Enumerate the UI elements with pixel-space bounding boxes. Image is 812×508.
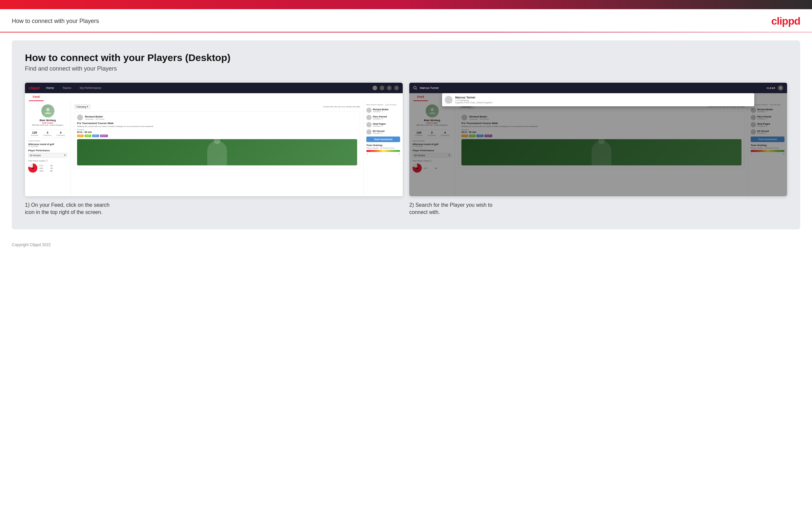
- app-nav-logo-1: clippd: [29, 86, 39, 90]
- quality-circle-1: 84: [28, 163, 37, 173]
- nav-my-performance-1[interactable]: My Performance: [78, 85, 103, 91]
- svg-line-2: [416, 89, 417, 90]
- avatar-1: [41, 104, 54, 118]
- nav-teams-1[interactable]: Teams: [60, 85, 73, 91]
- activity-header-1: Richard Butler Yesterday · The Grove: [77, 115, 357, 120]
- result-handicap: 1-5 Handicap: [455, 99, 492, 101]
- profile-area-1: Blair McHarg Golf Coach Mill Ride Golf C…: [28, 104, 67, 126]
- stat-activities-1: 129 Activities: [31, 131, 38, 136]
- player-item-4: Eli Vincent Activities: 1: [366, 129, 400, 134]
- quality-label-1: Total Player Quality ⓘ: [28, 160, 67, 162]
- search-icon-2: [413, 86, 417, 90]
- svg-point-0: [46, 108, 50, 111]
- logo: clippd: [771, 15, 800, 27]
- player-item-2: Piers Parnell Activities: 4: [366, 115, 400, 120]
- sc-right-panel-1: Most Active Players - Last 30 days Richa…: [363, 101, 403, 196]
- close-button[interactable]: ✕: [778, 85, 783, 91]
- heatmap-sub-1: Player Quality · 30 Round Trend: [366, 147, 400, 149]
- search-icon-1[interactable]: [373, 86, 377, 90]
- screenshot-desc-2: 2) Search for the Player you wish toconn…: [409, 202, 787, 216]
- following-button-1[interactable]: Following ▾: [74, 104, 91, 109]
- result-name: Marcus Turner: [455, 96, 492, 99]
- result-club: Cypress Point Club, United Kingdom: [455, 101, 492, 104]
- top-bar: [0, 0, 812, 9]
- heatmap-bar-1: [366, 150, 400, 152]
- latest-activity-name-1: Afternoon round of golf: [28, 143, 67, 145]
- player-select-1[interactable]: Eli Vincent ▾: [28, 153, 67, 158]
- control-link-1[interactable]: Control who can see your activity and da…: [323, 106, 360, 108]
- screenshot-col-2: Marcus Turner CLEAR ✕ Marcus Turner 1-5: [409, 83, 787, 216]
- settings-icon-1[interactable]: [387, 86, 392, 90]
- page-title: How to connect with your Players: [12, 18, 99, 25]
- search-input-2[interactable]: Marcus Turner: [420, 86, 764, 90]
- player-item-1: Richard Butler Activities: 7: [366, 108, 400, 113]
- screenshots-row: clippd Home Teams My Performance Feed: [25, 83, 787, 216]
- profile-role-1: Golf Coach: [28, 122, 67, 124]
- tag-app-1: APP: [85, 134, 91, 137]
- latest-activity-date-1: 27 Jul 2022: [28, 145, 67, 147]
- feed-tab-1[interactable]: Feed: [29, 93, 44, 101]
- latest-activity-label-1: Latest Activity: [28, 140, 67, 142]
- avatar-inner-1: [41, 104, 54, 118]
- header-divider: [0, 32, 812, 33]
- screenshot-frame-1: clippd Home Teams My Performance Feed: [25, 83, 403, 196]
- activity-avatar-1: [77, 115, 83, 120]
- app-nav-icons-1: [373, 86, 399, 90]
- search-result[interactable]: Marcus Turner 1-5 Handicap Cypress Point…: [442, 93, 754, 106]
- activity-photo-1: [77, 139, 357, 165]
- app-nav-1: clippd Home Teams My Performance: [25, 83, 403, 93]
- photo-head-1: [214, 139, 221, 144]
- activity-tags-1: OTT APP ARG PUTT: [77, 134, 357, 137]
- screenshot-desc-1: 1) On your Feed, click on the searchicon…: [25, 202, 403, 216]
- search-bar: Marcus Turner CLEAR ✕: [409, 83, 787, 93]
- svg-point-1: [414, 86, 416, 89]
- profile-club-1: Mill Ride Golf Club, United Kingdom: [28, 124, 67, 126]
- player-perf-title-1: Player Performance: [28, 149, 67, 152]
- bar-app-1: APP 70: [39, 167, 52, 169]
- sc-mid-panel-1: Following ▾ Control who can see your act…: [71, 101, 363, 196]
- sc-left-panel-1: Blair McHarg Golf Coach Mill Ride Golf C…: [25, 101, 71, 196]
- team-dashboard-button-1[interactable]: Team Dashboard: [366, 136, 400, 142]
- header: How to connect with your Players clippd: [0, 9, 812, 32]
- main-content: How to connect with your Players (Deskto…: [12, 40, 800, 229]
- player-item-3: Hiral Pujara Activities: 3: [366, 122, 400, 127]
- main-subheading: Find and connect with your Players: [25, 65, 787, 72]
- copyright: Copyright Clippd 2022: [12, 243, 51, 247]
- tag-ott-1: OTT: [77, 134, 84, 137]
- bar-arg-1: ARG 64: [39, 170, 52, 172]
- profile-stats-1: 129 Activities 3 Followers 4 Following: [28, 129, 67, 138]
- stat-followers-1: 3 Followers: [43, 131, 52, 136]
- following-row-1: Following ▾ Control who can see your act…: [74, 104, 360, 109]
- profile-icon-1[interactable]: [380, 86, 384, 90]
- quality-bars-1: OTT 79 APP 70 ARG: [39, 165, 52, 173]
- profile-name-1: Blair McHarg: [28, 119, 67, 122]
- photo-silhouette-1: [207, 141, 227, 165]
- activity-card-1: Richard Butler Yesterday · The Grove Pre…: [74, 112, 360, 168]
- svg-point-3: [447, 97, 450, 101]
- footer: Copyright Clippd 2022: [0, 237, 812, 252]
- main-heading: How to connect with your Players (Deskto…: [25, 52, 787, 64]
- result-avatar: [445, 96, 452, 104]
- stat-following-1: 4 Following: [56, 131, 64, 136]
- most-active-title-1: Most Active Players - Last 30 days: [366, 104, 400, 106]
- team-heatmap-title-1: Team Heatmap: [366, 144, 400, 146]
- clear-button[interactable]: CLEAR: [766, 87, 775, 89]
- bar-ott-1: OTT 79: [39, 165, 52, 167]
- tag-putt-1: PUTT: [100, 134, 108, 137]
- screenshot-body-1: Blair McHarg Golf Coach Mill Ride Golf C…: [25, 101, 403, 196]
- user-icon-1[interactable]: [394, 86, 399, 90]
- tag-arg-1: ARG: [92, 134, 99, 137]
- heatmap-labels-1: -5 +5: [366, 153, 400, 155]
- nav-home-1[interactable]: Home: [44, 85, 56, 91]
- screenshot-frame-2: Marcus Turner CLEAR ✕ Marcus Turner 1-5: [409, 83, 787, 196]
- screenshot-col-1: clippd Home Teams My Performance Feed: [25, 83, 403, 216]
